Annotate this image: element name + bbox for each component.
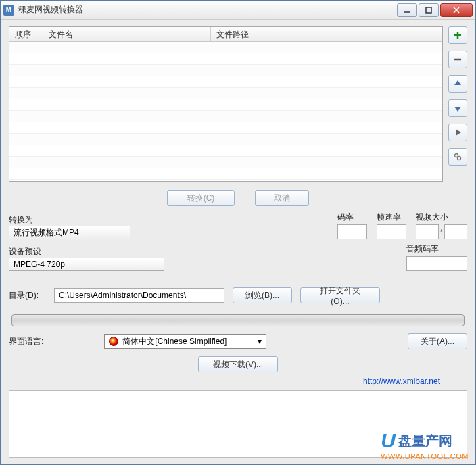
watermark-url: WWW.UPANTOOL.COM [381, 452, 469, 460]
language-label: 界面语言: [9, 336, 43, 347]
settings-button[interactable] [448, 148, 467, 166]
play-button[interactable] [448, 124, 467, 141]
preset-select[interactable]: MPEG-4 720p [9, 258, 164, 271]
audio-bitrate-label: 音频码率 [406, 243, 467, 255]
svg-marker-9 [456, 129, 461, 136]
table-row[interactable] [9, 134, 442, 145]
video-width-input[interactable] [416, 224, 439, 239]
svg-point-10 [455, 154, 458, 157]
svg-point-11 [458, 157, 461, 160]
table-row[interactable] [9, 88, 442, 99]
watermark: U 盘量产网 WWW.UPANTOOL.COM [381, 429, 469, 460]
app-icon: M [3, 5, 14, 16]
table-row[interactable] [9, 65, 442, 76]
add-button[interactable] [448, 26, 467, 44]
table-row[interactable] [9, 111, 442, 122]
table-body [9, 42, 442, 180]
col-order[interactable]: 顺序 [9, 27, 43, 41]
directory-label: 目录(D): [9, 290, 46, 301]
window-title: 稞麦网视频转换器 [18, 4, 397, 16]
video-height-input[interactable] [444, 224, 467, 239]
titlebar: M 稞麦网视频转换器 [1, 1, 475, 20]
preset-label: 设备预设 [9, 246, 164, 258]
table-row[interactable] [9, 122, 442, 134]
table-row[interactable] [9, 145, 442, 157]
format-value: 流行视频格式MP4 [14, 227, 79, 239]
maximize-button[interactable] [419, 3, 439, 17]
audio-bitrate-input[interactable] [406, 256, 467, 271]
table-header: 顺序 文件名 文件路径 [9, 27, 442, 42]
framerate-input[interactable] [377, 224, 406, 239]
table-row[interactable] [9, 168, 442, 180]
browse-button[interactable]: 浏览(B)... [233, 287, 292, 303]
about-button[interactable]: 关于(A)... [408, 333, 467, 349]
app-window: M 稞麦网视频转换器 顺序 文件名 文件路径 [0, 0, 476, 465]
multiply-icon: * [440, 228, 443, 236]
table-row[interactable] [9, 42, 442, 53]
bitrate-input[interactable] [337, 224, 367, 239]
watermark-u-icon: U [381, 429, 396, 452]
chevron-down-icon: ▾ [258, 337, 262, 346]
col-filename[interactable]: 文件名 [43, 27, 211, 41]
watermark-brand: 盘量产网 [398, 432, 452, 450]
move-up-button[interactable] [448, 75, 467, 93]
window-controls [397, 3, 473, 17]
svg-rect-1 [426, 7, 431, 13]
table-row[interactable] [9, 53, 442, 65]
side-toolbar [448, 26, 467, 182]
convert-to-label: 转换为 [9, 214, 130, 226]
client-area: 顺序 文件名 文件路径 [1, 20, 475, 464]
minimize-button[interactable] [397, 3, 417, 17]
remove-button[interactable] [448, 51, 467, 68]
table-row[interactable] [9, 99, 442, 111]
preset-value: MPEG-4 720p [14, 260, 65, 269]
language-value: 简体中文[Chinese Simplified] [122, 336, 227, 347]
convert-button[interactable]: 转换(C) [167, 190, 235, 206]
videosize-label: 视频大小 [416, 212, 467, 223]
progress-bar [11, 314, 465, 326]
bitrate-label: 码率 [337, 212, 367, 223]
close-button[interactable] [440, 3, 473, 17]
video-download-button[interactable]: 视频下载(V)... [198, 356, 278, 372]
col-filepath[interactable]: 文件路径 [211, 27, 442, 41]
move-down-button[interactable] [448, 99, 467, 117]
flag-icon [109, 337, 118, 346]
file-table[interactable]: 顺序 文件名 文件路径 [9, 26, 443, 182]
website-link[interactable]: http://www.xmlbar.net [363, 376, 440, 386]
framerate-label: 帧速率 [377, 212, 406, 223]
directory-input[interactable] [54, 288, 224, 303]
cancel-button[interactable]: 取消 [255, 190, 309, 206]
action-row: 转换(C) 取消 [9, 190, 467, 206]
language-select[interactable]: 简体中文[Chinese Simplified] ▾ [104, 334, 266, 349]
open-folder-button[interactable]: 打开文件夹(O)... [300, 287, 380, 303]
svg-marker-7 [454, 80, 461, 85]
table-row[interactable] [9, 76, 442, 88]
format-select[interactable]: 流行视频格式MP4 [9, 226, 130, 239]
table-row[interactable] [9, 157, 442, 168]
svg-marker-8 [454, 107, 461, 112]
